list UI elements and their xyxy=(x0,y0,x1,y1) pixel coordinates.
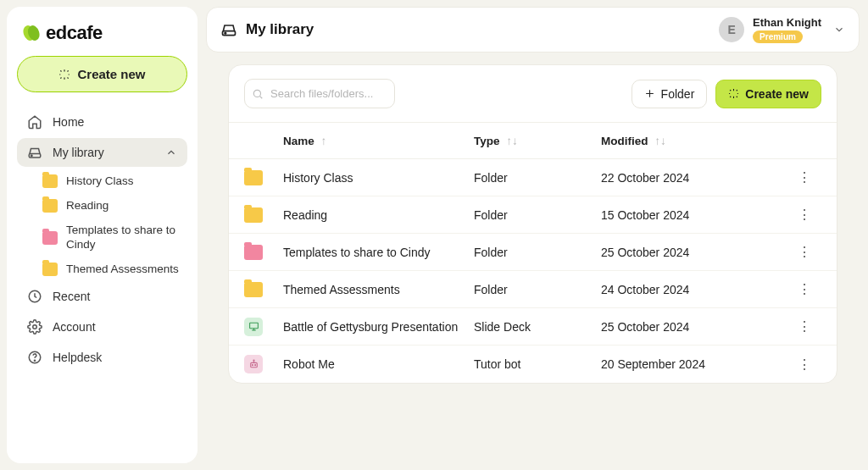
sidebar-folder-history-class[interactable]: History Class xyxy=(36,170,187,193)
cell-type: Slide Deck xyxy=(474,320,601,334)
sparkle-icon xyxy=(58,69,70,80)
row-more-button[interactable]: ⋮ xyxy=(787,318,821,335)
search-wrapper xyxy=(244,79,395,108)
sidebar-item-home[interactable]: Home xyxy=(17,108,187,136)
svg-rect-14 xyxy=(249,323,258,329)
cell-type: Folder xyxy=(474,171,601,185)
column-type[interactable]: Type ↑↓ xyxy=(474,135,601,147)
sparkle-icon xyxy=(728,88,739,99)
sidebar-folder-reading[interactable]: Reading xyxy=(36,195,187,218)
column-modified[interactable]: Modified ↑↓ xyxy=(601,135,787,147)
cell-type: Folder xyxy=(474,283,601,296)
sidebar: edcafe Create new Home My library xyxy=(7,7,198,463)
cell-type: Folder xyxy=(474,246,601,259)
brand-logo: edcafe xyxy=(17,17,187,56)
sidebar-item-label: Home xyxy=(53,115,84,129)
premium-badge: Premium xyxy=(753,30,803,43)
file-table: Name ↑ Type ↑↓ Modified ↑↓ History Class… xyxy=(229,122,837,383)
svg-point-9 xyxy=(225,32,226,34)
search-icon xyxy=(252,88,264,100)
main-area: My library E Ethan Knight Premium xyxy=(198,0,868,470)
search-input[interactable] xyxy=(244,79,395,108)
create-new-button-sidebar[interactable]: Create new xyxy=(17,56,187,92)
row-more-button[interactable]: ⋮ xyxy=(787,357,821,373)
sidebar-nav: Home My library History Class Reading Te xyxy=(17,108,187,372)
sidebar-folder-label: Themed Assessments xyxy=(66,263,179,277)
svg-point-10 xyxy=(253,90,260,97)
user-name: Ethan Knight xyxy=(753,16,821,29)
cell-modified: 24 October 2024 xyxy=(601,283,787,296)
slide-deck-icon xyxy=(244,318,263,336)
table-header: Name ↑ Type ↑↓ Modified ↑↓ xyxy=(229,122,837,159)
sidebar-item-account[interactable]: Account xyxy=(17,312,187,341)
chevron-up-icon xyxy=(165,147,177,158)
svg-point-5 xyxy=(33,325,37,329)
svg-point-18 xyxy=(252,364,253,365)
row-more-button[interactable]: ⋮ xyxy=(787,169,821,185)
sidebar-folder-label: Reading xyxy=(66,199,108,213)
create-new-label: Create new xyxy=(77,67,145,81)
folder-icon xyxy=(42,231,58,245)
svg-line-11 xyxy=(260,96,263,98)
content-card: Folder Create new Name ↑ Type ↑↓ Modifie… xyxy=(228,64,837,384)
drive-icon xyxy=(27,145,42,160)
table-row[interactable]: ReadingFolder15 October 2024⋮ xyxy=(229,196,837,234)
folder-icon xyxy=(42,174,58,188)
row-more-button[interactable]: ⋮ xyxy=(787,281,821,297)
topbar: My library E Ethan Knight Premium xyxy=(206,7,860,53)
table-row[interactable]: Templates to share to CindyFolder25 Octo… xyxy=(229,234,837,271)
cell-name: Templates to share to Cindy xyxy=(283,246,474,259)
sidebar-item-helpdesk[interactable]: Helpdesk xyxy=(17,343,187,372)
sidebar-folder-themed[interactable]: Themed Assessments xyxy=(36,258,187,281)
brand-logo-icon xyxy=(22,24,41,42)
folder-icon xyxy=(244,282,263,297)
user-menu[interactable]: E Ethan Knight Premium xyxy=(719,16,845,43)
sort-icon: ↑↓ xyxy=(652,135,666,147)
clock-icon xyxy=(27,289,42,304)
cell-modified: 15 October 2024 xyxy=(601,208,787,222)
page-title: My library xyxy=(220,21,314,38)
sidebar-item-label: Helpdesk xyxy=(53,351,102,364)
column-name[interactable]: Name ↑ xyxy=(283,135,474,147)
folder-icon xyxy=(42,199,58,213)
cell-name: Reading xyxy=(283,208,474,222)
page-title-text: My library xyxy=(246,21,314,38)
folder-icon xyxy=(244,245,263,260)
sidebar-folder-label: History Class xyxy=(66,174,134,189)
folder-icon xyxy=(42,263,58,276)
svg-point-21 xyxy=(253,360,253,361)
home-icon xyxy=(27,114,42,130)
sort-asc-icon: ↑ xyxy=(318,135,327,147)
cell-name: Themed Assessments xyxy=(283,283,474,296)
row-more-button[interactable]: ⋮ xyxy=(787,244,821,260)
new-folder-label: Folder xyxy=(661,87,695,101)
cell-type: Folder xyxy=(474,208,601,222)
sidebar-folder-templates[interactable]: Templates to share to Cindy xyxy=(36,219,187,257)
folder-icon xyxy=(244,207,263,223)
user-meta: Ethan Knight Premium xyxy=(753,16,821,43)
chevron-down-icon xyxy=(833,24,845,36)
table-row[interactable]: Battle of Gettysburg PresentationSlide D… xyxy=(229,308,837,346)
table-row[interactable]: Themed AssessmentsFolder24 October 2024⋮ xyxy=(229,271,837,308)
cell-modified: 22 October 2024 xyxy=(601,171,787,185)
sidebar-item-library[interactable]: My library xyxy=(17,138,187,167)
cell-name: Robot Me xyxy=(283,357,474,371)
folder-icon xyxy=(244,170,263,185)
create-new-label: Create new xyxy=(745,87,809,101)
cell-modified: 25 October 2024 xyxy=(601,246,787,259)
new-folder-button[interactable]: Folder xyxy=(632,80,708,108)
create-new-button-toolbar[interactable]: Create new xyxy=(715,80,821,108)
cell-name: History Class xyxy=(283,171,474,185)
table-row[interactable]: Robot MeTutor bot20 September 2024⋮ xyxy=(229,346,837,383)
svg-point-7 xyxy=(34,361,35,362)
sidebar-item-recent[interactable]: Recent xyxy=(17,282,187,311)
plus-icon xyxy=(644,88,655,99)
help-icon xyxy=(27,350,42,365)
table-row[interactable]: History ClassFolder22 October 2024⋮ xyxy=(229,159,837,196)
sidebar-item-label: My library xyxy=(53,146,104,159)
avatar: E xyxy=(719,17,744,42)
row-more-button[interactable]: ⋮ xyxy=(787,207,821,223)
cell-type: Tutor bot xyxy=(474,357,601,371)
drive-icon xyxy=(220,21,237,38)
svg-point-3 xyxy=(31,155,33,157)
